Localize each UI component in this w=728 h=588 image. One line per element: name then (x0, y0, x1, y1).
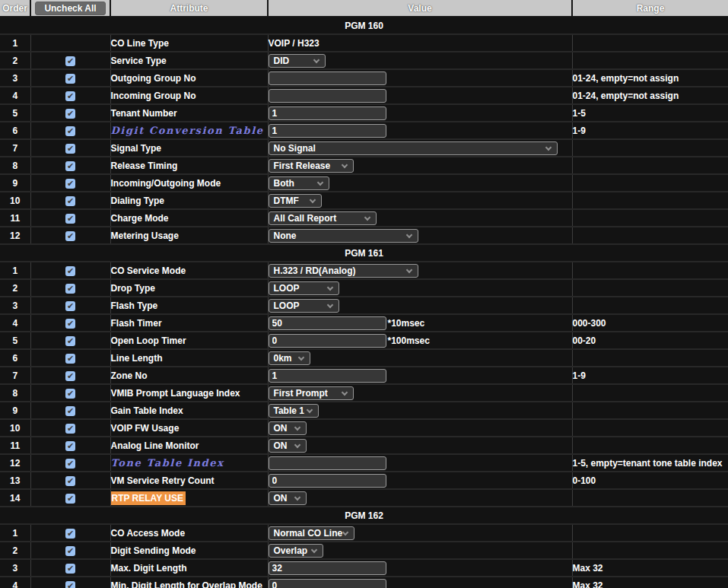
attribute-label: CO Access Mode (111, 528, 186, 539)
row-checkbox[interactable]: ✔ (65, 336, 75, 346)
check-icon: ✔ (67, 91, 74, 101)
value-select[interactable]: First Release (269, 159, 354, 173)
row-checkbox[interactable]: ✔ (65, 179, 75, 189)
row-checkbox[interactable]: ✔ (65, 161, 75, 171)
value-input[interactable] (269, 369, 386, 383)
value-select[interactable]: DTMF (269, 194, 322, 208)
row-checkbox[interactable]: ✔ (65, 354, 75, 364)
value-select[interactable]: None (269, 229, 418, 243)
value-input[interactable] (269, 106, 386, 120)
value-select[interactable]: LOOP (269, 281, 339, 295)
value-cell (268, 472, 572, 489)
value-select[interactable]: LOOP (269, 299, 339, 313)
row-checkbox[interactable]: ✔ (65, 494, 75, 504)
checkbox-cell: ✔ (30, 297, 110, 314)
attribute-cell: Metering Usage (110, 227, 268, 244)
value-select[interactable]: ON (269, 491, 307, 505)
attribute-label: Signal Type (111, 143, 161, 154)
attribute-label: Analog Line Monitor (111, 440, 199, 451)
value-input[interactable] (269, 456, 386, 470)
value-cell: None (268, 227, 572, 244)
range-cell (572, 34, 728, 52)
value-cell (268, 454, 572, 472)
order-number: 2 (12, 545, 17, 556)
row-checkbox[interactable]: ✔ (65, 389, 75, 399)
config-table: Order Uncheck All Attribute Value Range … (0, 0, 728, 588)
order-number: 9 (12, 178, 17, 189)
checkbox-cell: ✔ (30, 87, 110, 104)
row-checkbox[interactable]: ✔ (65, 581, 75, 588)
value-select[interactable]: DID (269, 54, 326, 68)
value-select[interactable]: First Prompt (269, 386, 354, 400)
attribute-label: Flash Type (111, 300, 158, 311)
checkbox-cell: ✔ (30, 69, 110, 87)
range-cell: 00-20 (572, 332, 728, 349)
value-cell: DID (268, 52, 572, 69)
value-input[interactable] (269, 89, 386, 103)
row-checkbox[interactable]: ✔ (65, 476, 75, 486)
checkbox-cell: ✔ (30, 122, 110, 139)
attribute-link[interactable]: Tone Table Index (111, 457, 224, 469)
check-icon: ✔ (67, 336, 74, 346)
row-checkbox[interactable]: ✔ (65, 441, 75, 451)
row-checkbox[interactable]: ✔ (65, 371, 75, 381)
checkbox-cell: ✔ (30, 314, 110, 332)
table-row: 8✔VMIB Prompt Language IndexFirst Prompt (0, 384, 728, 402)
row-checkbox[interactable]: ✔ (65, 126, 75, 136)
row-checkbox[interactable]: ✔ (65, 74, 75, 84)
row-checkbox[interactable]: ✔ (65, 231, 75, 241)
row-checkbox[interactable]: ✔ (65, 459, 75, 469)
value-select[interactable]: Table 1 (269, 404, 319, 418)
row-checkbox[interactable]: ✔ (65, 564, 75, 574)
range-text: Max 32 (573, 580, 603, 588)
chevron-down-icon (364, 214, 370, 220)
row-checkbox[interactable]: ✔ (65, 196, 75, 206)
value-select[interactable]: ON (269, 439, 307, 453)
row-checkbox[interactable]: ✔ (65, 266, 75, 276)
value-input[interactable] (269, 72, 386, 85)
value-select[interactable]: Overlap (269, 544, 323, 558)
row-checkbox[interactable]: ✔ (65, 546, 75, 556)
row-checkbox[interactable]: ✔ (65, 144, 75, 154)
uncheck-all-button[interactable]: Uncheck All (35, 2, 105, 15)
value-select[interactable]: 0km (269, 351, 310, 365)
range-cell (572, 279, 728, 297)
row-checkbox[interactable]: ✔ (65, 301, 75, 311)
value-select[interactable]: ON (269, 421, 307, 435)
attribute-cell: Zone No (110, 367, 268, 384)
attribute-label: CO Service Mode (111, 265, 186, 276)
order-cell: 5 (0, 332, 30, 349)
value-select[interactable]: H.323 / RD(Analog) (269, 264, 418, 278)
value-input[interactable] (269, 579, 386, 588)
row-checkbox[interactable]: ✔ (65, 91, 75, 101)
range-cell: 01-24, empty=not assign (572, 69, 728, 87)
value-select[interactable]: Normal CO Line (269, 526, 354, 540)
row-checkbox[interactable]: ✔ (65, 319, 75, 329)
row-checkbox[interactable]: ✔ (65, 56, 75, 66)
range-cell: 1-5, empty=tenant tone table index (572, 454, 728, 472)
order-number: 11 (10, 213, 20, 224)
value-select[interactable]: No Signal (269, 141, 558, 155)
attribute-link[interactable]: Digit Conversion Table (111, 125, 264, 136)
value-input[interactable] (269, 124, 386, 138)
value-input[interactable] (269, 561, 386, 575)
order-number: 3 (12, 73, 17, 84)
check-icon: ✔ (67, 74, 74, 84)
table-row: 8✔Release TimingFirst Release (0, 157, 728, 174)
checkbox-cell: ✔ (30, 192, 110, 209)
value-select[interactable]: Both (269, 176, 329, 190)
row-checkbox[interactable]: ✔ (65, 424, 75, 434)
value-select-label: All Call Report (274, 213, 337, 224)
value-input[interactable] (269, 334, 386, 348)
value-input[interactable] (269, 316, 386, 330)
attribute-label: CO Line Type (111, 38, 169, 49)
row-checkbox[interactable]: ✔ (65, 214, 75, 224)
row-checkbox[interactable]: ✔ (65, 109, 75, 119)
row-checkbox[interactable]: ✔ (65, 529, 75, 539)
value-select[interactable]: All Call Report (269, 211, 377, 225)
value-select-label: Table 1 (274, 405, 304, 416)
value-input[interactable] (269, 474, 386, 488)
row-checkbox[interactable]: ✔ (65, 284, 75, 294)
row-checkbox[interactable]: ✔ (65, 406, 75, 416)
check-icon: ✔ (67, 284, 74, 294)
